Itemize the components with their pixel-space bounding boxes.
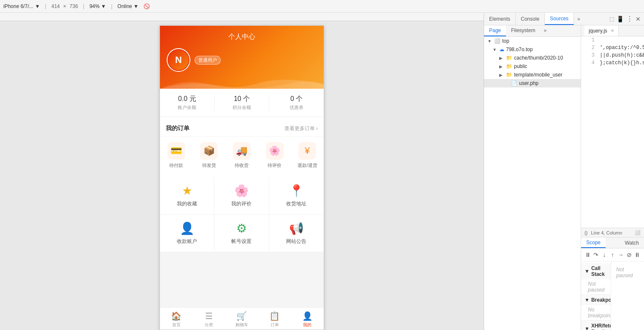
tab-sources[interactable]: Sources <box>545 13 574 25</box>
close-devtools-icon[interactable]: ✕ <box>636 16 641 22</box>
callstack-not-paused: Not paused <box>581 279 611 295</box>
breakpoints-label: Breakpoints <box>591 297 611 303</box>
tree-arrow-cache: ▶ <box>499 56 504 60</box>
points-value: 10 个 <box>215 95 269 104</box>
inspect-icon[interactable]: ⬚ <box>609 16 614 22</box>
xhrfetch-header[interactable]: ▼ XHR/fetch Breakpoints + <box>581 321 611 330</box>
zoom-selector[interactable]: 94% ▼ <box>89 3 106 9</box>
order-refund-label: 退款/退货 <box>291 162 324 169</box>
payment-label: 收款账户 <box>163 238 211 245</box>
stat-balance[interactable]: 0.0 元 账户余额 <box>160 95 214 111</box>
viewport-width: 414 <box>51 3 60 9</box>
nav-mine[interactable]: 👤 我的 <box>291 311 324 328</box>
source-file-tab-jquery[interactable]: jquery.js ✕ <box>584 25 619 36</box>
close-tab-icon[interactable]: ✕ <box>611 28 614 33</box>
nav-orders[interactable]: 📋 订单 <box>258 311 291 328</box>
grid-reviews[interactable]: 🌸 我的评价 <box>214 177 269 215</box>
tab-console[interactable]: Console <box>516 13 545 25</box>
pause-btn[interactable]: ⏸ <box>584 250 591 259</box>
callstack-header[interactable]: ▼ Call Stack <box>581 263 611 279</box>
code-line-1: 1 <box>581 36 644 44</box>
settings-label: 帐号设置 <box>218 238 265 245</box>
order-pending-review[interactable]: 🌸 待评价 <box>258 142 291 169</box>
tree-top[interactable]: ▼ ⬜ top <box>484 37 581 45</box>
header-title: 个人中心 <box>167 33 317 41</box>
order-pending-pay-label: 待付款 <box>160 162 193 169</box>
device-arrow: ▼ <box>35 3 40 9</box>
dont-pause-exception-btn[interactable]: ⏸ <box>634 250 641 259</box>
grid-announcements[interactable]: 📢 网站公告 <box>269 215 324 252</box>
grid-settings[interactable]: ⚙ 帐号设置 <box>214 215 269 252</box>
step-over-btn[interactable]: ↷ <box>593 250 600 259</box>
ruler-bar-top <box>0 13 484 21</box>
step-out-btn[interactable]: ↑ <box>609 250 616 259</box>
tab-elements[interactable]: Elements <box>484 13 516 25</box>
nav-home[interactable]: 🏠 首页 <box>160 311 193 328</box>
watch-tab-label: Watch <box>625 240 639 246</box>
debugger-tab-watch[interactable]: Watch <box>620 237 644 248</box>
nav-category[interactable]: ☰ 分类 <box>193 311 226 328</box>
curly-braces-icon[interactable]: {} <box>584 230 587 235</box>
grid-address[interactable]: 📍 收货地址 <box>269 177 324 215</box>
tree-folder-cache[interactable]: ▶ 📁 cache/thumb/2020-10 <box>484 54 581 62</box>
code-editor: 1 2 ',opacity:/^0.5 3 ||d.push(h):c&& 4 … <box>581 36 644 228</box>
orders-title: 我的订单 <box>166 125 189 132</box>
device-toggle-icon[interactable]: 📱 <box>617 16 624 22</box>
grid-row1: ★ 我的收藏 🌸 我的评价 📍 收货地址 <box>160 177 324 252</box>
nav-cart[interactable]: 🛒 购物车 <box>225 311 258 328</box>
tree-arrow-public: ▶ <box>499 64 504 69</box>
nav-category-label: 分类 <box>193 322 226 328</box>
tab-more[interactable]: » <box>574 16 584 22</box>
order-refund[interactable]: ¥ 退款/退货 <box>291 142 324 169</box>
order-pending-pay[interactable]: 💳 待付款 <box>160 142 193 169</box>
order-pending-review-label: 待评价 <box>258 162 291 169</box>
devtools-panel: Elements Console Sources » ⬚ 📱 ⋮ ✕ <box>484 13 644 330</box>
code-footer: {} Line 4, Column ⬜ <box>581 228 644 237</box>
order-pending-ship[interactable]: 📦 待发货 <box>193 142 226 169</box>
network-selector[interactable]: Online ▼ <box>117 3 138 9</box>
scope-panel: ▼ Call Stack Not paused ▼ Breakpoints <box>581 262 611 330</box>
step-into-btn[interactable]: ↓ <box>601 250 608 259</box>
toolbar-sep1: | <box>45 3 46 9</box>
file-tree-tab-page[interactable]: Page <box>484 25 506 36</box>
reviews-label: 我的评价 <box>218 200 265 207</box>
file-tree-tab-filesystem[interactable]: Filesystem <box>506 25 540 36</box>
network-label: Online <box>117 3 132 9</box>
format-icon[interactable]: ⬜ <box>635 230 641 235</box>
tree-domain[interactable]: ▼ ☁ 798.o7o.top <box>484 45 581 54</box>
grid-payment[interactable]: 👤 收款账户 <box>160 215 214 252</box>
tree-folder-template[interactable]: ▶ 📁 template/mobile_user <box>484 71 581 79</box>
more-icon[interactable]: ⋮ <box>626 15 633 23</box>
deactivate-btn[interactable]: ⊘ <box>626 250 633 259</box>
mine-icon: 👤 <box>291 311 324 321</box>
block-icon[interactable]: 🚫 <box>143 3 150 9</box>
step-btn[interactable]: → <box>617 250 624 259</box>
coupons-label: 优惠券 <box>269 104 324 111</box>
device-viewport: 个人中心 N 普通用户 <box>0 21 484 330</box>
scope-tab-label: Scope <box>586 240 601 245</box>
nav-cart-label: 购物车 <box>225 322 258 328</box>
sources-tab-bar: jquery.js ✕ <box>581 25 644 36</box>
zoom-arrow: ▼ <box>101 3 106 9</box>
orders-section: 我的订单 查看更多订单 › 💳 待付款 📦 <box>160 120 324 174</box>
orders-more[interactable]: 查看更多订单 › <box>284 125 318 132</box>
stat-points[interactable]: 10 个 积分余额 <box>214 95 269 111</box>
folder-icon-template: 📁 <box>506 72 512 78</box>
tree-folder-public-label: public <box>514 63 527 69</box>
order-pending-receive[interactable]: 🚚 待收货 <box>225 142 258 169</box>
announcements-icon: 📢 <box>273 221 320 235</box>
file-tree-tab-more[interactable]: » <box>540 25 550 36</box>
stat-coupons[interactable]: 0 个 优惠券 <box>269 95 324 111</box>
sources-layout: Page Filesystem » ▼ ⬜ top ▼ ☁ 798.o7o.t <box>484 25 644 330</box>
debugger-area: Scope Watch ⏸ ↷ ↓ ↑ → ⊘ ⏸ <box>581 237 644 330</box>
breakpoints-header[interactable]: ▼ Breakpoints <box>581 295 611 305</box>
device-selector[interactable]: iPhone 6/7/... ▼ <box>3 3 40 9</box>
tree-file-userphp[interactable]: ▶ 📄 user.php <box>484 79 581 87</box>
cart-icon: 🛒 <box>225 311 258 321</box>
tree-folder-public[interactable]: ▶ 📁 public <box>484 62 581 71</box>
code-line-2: 2 ',opacity:/^0.5 <box>581 44 644 52</box>
avatar-letter: N <box>175 55 182 65</box>
grid-favorites[interactable]: ★ 我的收藏 <box>160 177 214 215</box>
line-col-label: Line 4, Column <box>591 230 622 235</box>
debugger-tab-scope[interactable]: Scope <box>581 237 606 248</box>
